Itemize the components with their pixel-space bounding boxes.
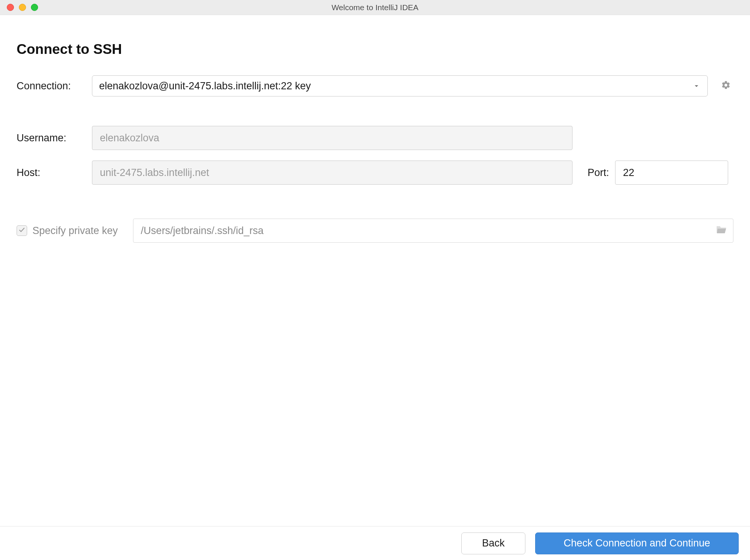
window-title: Welcome to IntelliJ IDEA (0, 3, 750, 12)
private-key-row: Specify private key /Users/jetbrains/.ss… (17, 219, 733, 243)
minimize-window-button[interactable] (19, 4, 26, 11)
continue-button-label: Check Connection and Continue (564, 537, 710, 549)
back-button[interactable]: Back (461, 532, 525, 554)
footer: Back Check Connection and Continue (0, 526, 750, 560)
maximize-window-button[interactable] (31, 4, 38, 11)
check-icon (18, 226, 25, 235)
specify-private-key-label: Specify private key (32, 225, 118, 237)
gear-icon (721, 80, 731, 92)
check-connection-continue-button[interactable]: Check Connection and Continue (535, 532, 739, 554)
close-window-button[interactable] (7, 4, 14, 11)
page-title: Connect to SSH (17, 41, 733, 57)
connection-dropdown[interactable]: elenakozlova@unit-2475.labs.intellij.net… (92, 75, 708, 96)
private-key-path-field[interactable]: /Users/jetbrains/.ssh/id_rsa (133, 219, 733, 243)
specify-private-key-checkbox[interactable] (17, 225, 27, 236)
port-label: Port: (588, 167, 609, 179)
connection-row: Connection: elenakozlova@unit-2475.labs.… (17, 75, 733, 96)
content-area: Connect to SSH Connection: elenakozlova@… (0, 15, 750, 243)
host-input[interactable] (92, 161, 572, 185)
window-controls (7, 4, 38, 11)
username-input[interactable] (92, 126, 572, 150)
connection-selected-value: elenakozlova@unit-2475.labs.intellij.net… (99, 80, 311, 92)
username-label: Username: (17, 132, 92, 144)
connection-settings-button[interactable] (718, 78, 733, 93)
port-input[interactable] (615, 161, 728, 185)
browse-private-key-button[interactable] (716, 225, 727, 237)
back-button-label: Back (482, 537, 505, 549)
username-row: Username: (17, 126, 733, 150)
folder-open-icon (716, 225, 727, 237)
host-label: Host: (17, 167, 92, 179)
connection-label: Connection: (17, 80, 92, 92)
chevron-down-icon (692, 82, 701, 90)
host-row: Host: Port: (17, 161, 733, 185)
titlebar: Welcome to IntelliJ IDEA (0, 0, 750, 15)
private-key-path-value: /Users/jetbrains/.ssh/id_rsa (141, 225, 264, 237)
